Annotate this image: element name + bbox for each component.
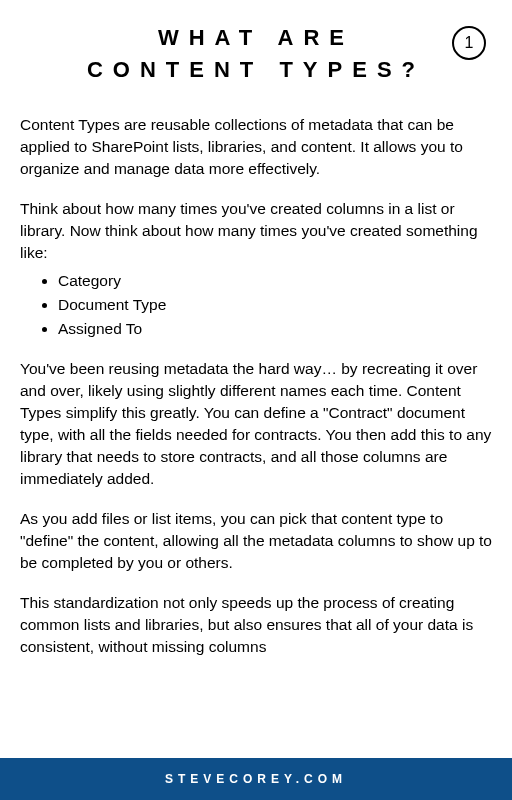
page-number-badge: 1	[452, 26, 486, 60]
list-item: Assigned To	[58, 318, 492, 340]
para-detail-3: This standardization not only speeds up …	[20, 592, 492, 658]
page-title: WHAT ARE CONTENT TYPES?	[76, 22, 436, 86]
example-list: Category Document Type Assigned To	[58, 270, 492, 340]
body-content: Content Types are reusable collections o…	[0, 96, 512, 658]
para-intro: Content Types are reusable collections o…	[20, 114, 492, 180]
para-detail-2: As you add files or list items, you can …	[20, 508, 492, 574]
page-footer: STEVECOREY.COM	[0, 758, 512, 800]
list-item: Document Type	[58, 294, 492, 316]
page-number: 1	[465, 34, 474, 52]
para-leadin: Think about how many times you've create…	[20, 198, 492, 264]
footer-site: STEVECOREY.COM	[165, 772, 347, 786]
page-header: WHAT ARE CONTENT TYPES? 1	[0, 0, 512, 96]
list-item: Category	[58, 270, 492, 292]
para-detail-1: You've been reusing metadata the hard wa…	[20, 358, 492, 490]
